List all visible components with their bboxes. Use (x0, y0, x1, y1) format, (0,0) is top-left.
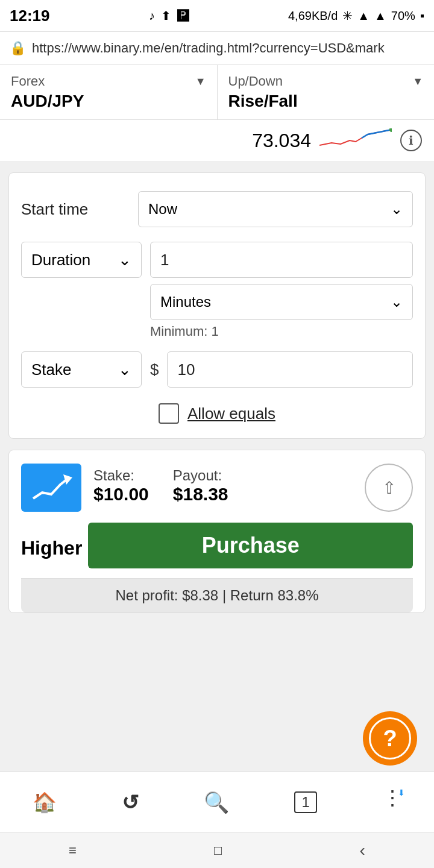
status-icons: ♪ ⬆ 🅿 (149, 8, 189, 23)
duration-value-input[interactable] (150, 242, 413, 278)
contract-category-text: Up/Down (228, 74, 283, 89)
stake-display-label: Stake: (93, 467, 149, 484)
sys-home[interactable]: □ (214, 843, 222, 858)
purchase-top: Stake: $10.00 Payout: $18.38 ⇧ (21, 464, 413, 512)
search-icon: 🔍 (204, 790, 229, 814)
home-icon: 🏠 (33, 791, 57, 814)
market-value: AUD/JPY (11, 92, 206, 111)
lock-icon: 🔒 (10, 40, 26, 56)
upload-icon: ⬆ (161, 8, 171, 23)
nav-bar: 🏠 ↺ 🔍 1 ⋮ ⬇ (0, 772, 434, 832)
battery-icon: ▪ (420, 9, 424, 23)
nav-home[interactable]: 🏠 (33, 791, 57, 814)
allow-equals-label[interactable]: Allow equals (187, 404, 275, 423)
info-button[interactable]: ℹ (400, 130, 422, 151)
purchase-card: Stake: $10.00 Payout: $18.38 ⇧ Higher Pu… (8, 450, 426, 613)
market-category-label: Forex ▼ (11, 74, 206, 89)
duration-chevron-icon: ⌄ (118, 251, 131, 269)
wifi-icon: ▲ (374, 9, 386, 23)
contract-dropdown[interactable]: Up/Down ▼ Rise/Fall (218, 65, 435, 119)
stake-display: Stake: $10.00 (93, 467, 149, 505)
contract-value: Rise/Fall (228, 92, 424, 111)
tab-icon: 1 (294, 791, 316, 813)
svg-point-0 (389, 128, 392, 132)
allow-equals-row: Allow equals (21, 403, 413, 424)
nav-search[interactable]: 🔍 (204, 790, 229, 814)
payout-display-value: $18.38 (173, 484, 228, 505)
nav-more[interactable]: ⋮ ⬇ (382, 785, 401, 819)
stake-display-value: $10.00 (93, 484, 149, 505)
stake-payout-row: Stake: $10.00 Payout: $18.38 (93, 467, 353, 505)
battery-text: 70% (391, 9, 415, 23)
download-indicator: ⬇ (398, 788, 405, 797)
duration-select[interactable]: Duration ⌄ (21, 242, 142, 278)
purchase-button-row: Higher Purchase (21, 523, 413, 568)
start-time-row: Start time Now ⌄ (21, 191, 413, 227)
price-bar: 73.034 ℹ (0, 120, 434, 162)
nav-refresh[interactable]: ↺ (122, 790, 139, 814)
minimum-text: Minimum: 1 (150, 324, 219, 339)
duration-unit-select[interactable]: Minutes ⌄ (150, 284, 413, 320)
sys-menu[interactable]: ≡ (69, 843, 77, 858)
duration-row: Duration ⌄ (21, 242, 413, 278)
stake-currency: $ (150, 360, 159, 379)
scroll-up-button[interactable]: ⇧ (365, 464, 413, 512)
duration-unit-value: Minutes (160, 294, 211, 310)
market-category-text: Forex (11, 74, 45, 89)
duration-section: Duration ⌄ Minutes ⌄ Minimum: 1 (21, 242, 413, 351)
stake-select[interactable]: Stake ⌄ (21, 351, 142, 388)
system-nav: ≡ □ ‹ (0, 832, 434, 868)
bluetooth-icon: ✳ (342, 8, 353, 23)
duration-unit-row: Minutes ⌄ (150, 284, 413, 320)
allow-equals-checkbox[interactable] (159, 403, 179, 424)
start-time-value: Now (148, 201, 177, 218)
url-text: https://www.binary.me/en/trading.html?cu… (32, 40, 385, 56)
stake-input[interactable] (167, 351, 413, 388)
stake-label: Stake (31, 360, 72, 379)
speed-text: 4,69KB/d (288, 9, 338, 23)
contract-chevron-icon: ▼ (412, 75, 423, 88)
status-right: 4,69KB/d ✳ ▲ ▲ 70% ▪ (288, 8, 424, 23)
dropdowns-row: Forex ▼ AUD/JPY Up/Down ▼ Rise/Fall (0, 65, 434, 120)
trade-icon (21, 464, 81, 512)
music-icon: ♪ (149, 9, 155, 23)
help-icon: ? (369, 717, 411, 760)
address-bar[interactable]: 🔒 https://www.binary.me/en/trading.html?… (0, 31, 434, 65)
stake-row: Stake ⌄ $ (21, 351, 413, 388)
net-profit-bar: Net profit: $8.38 | Return 83.8% (21, 578, 413, 612)
market-dropdown[interactable]: Forex ▼ AUD/JPY (0, 65, 218, 119)
status-time: 12:19 (10, 7, 50, 25)
payout-display: Payout: $18.38 (173, 467, 228, 505)
market-chevron-icon: ▼ (195, 75, 206, 88)
contract-category-label: Up/Down ▼ (228, 74, 424, 89)
purchase-button[interactable]: Purchase (88, 523, 413, 568)
shield-icon: 🅿 (177, 9, 189, 23)
start-time-label: Start time (21, 200, 130, 219)
minimum-row: Minimum: 1 (150, 324, 413, 339)
payout-display-label: Payout: (173, 467, 228, 484)
net-profit-text: Net profit: $8.38 | Return 83.8% (115, 587, 318, 603)
signal-icon: ▲ (357, 9, 370, 23)
start-time-select[interactable]: Now ⌄ (138, 191, 413, 227)
price-chart (319, 128, 392, 153)
trade-info: Stake: $10.00 Payout: $18.38 (93, 467, 353, 508)
svg-marker-1 (63, 474, 72, 485)
help-button[interactable]: ? (363, 711, 417, 766)
main-form-card: Start time Now ⌄ Duration ⌄ Minutes ⌄ Mi… (8, 172, 426, 439)
nav-tab[interactable]: 1 (294, 791, 316, 813)
stake-chevron-icon: ⌄ (118, 360, 131, 379)
sys-back[interactable]: ‹ (360, 841, 365, 860)
price-value: 73.034 (252, 130, 311, 152)
higher-label: Higher (21, 537, 82, 559)
duration-unit-chevron: ⌄ (391, 294, 403, 310)
start-time-chevron: ⌄ (391, 201, 403, 218)
duration-label: Duration (31, 251, 90, 269)
status-bar: 12:19 ♪ ⬆ 🅿 4,69KB/d ✳ ▲ ▲ 70% ▪ (0, 0, 434, 31)
refresh-icon: ↺ (122, 790, 139, 814)
